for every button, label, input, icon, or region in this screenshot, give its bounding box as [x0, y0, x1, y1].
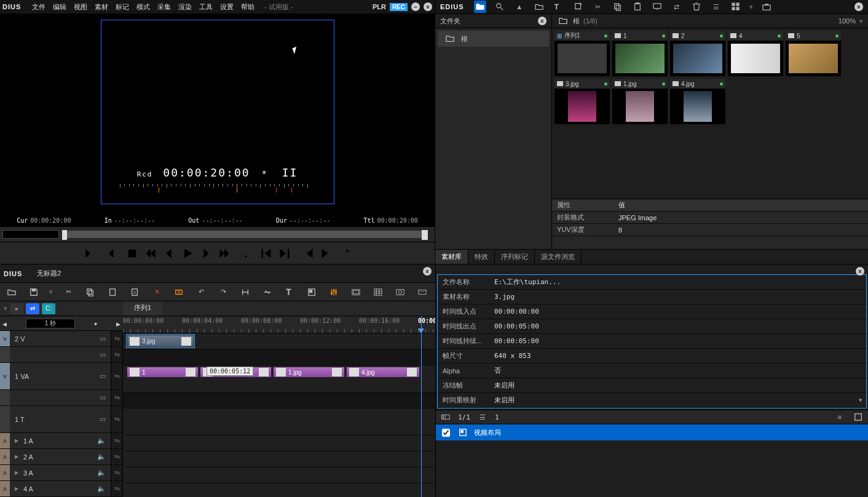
- monitor-icon[interactable]: [651, 1, 663, 13]
- menu-采集[interactable]: 采集: [154, 2, 175, 12]
- menu-list-icon[interactable]: ≡: [834, 411, 846, 423]
- bin-tab-3[interactable]: 源文件浏览: [535, 250, 582, 264]
- track-header[interactable]: 1 T▭⇋: [0, 406, 123, 433]
- track-header[interactable]: V1 VA▭⇋: [0, 363, 123, 390]
- search-icon[interactable]: [494, 1, 506, 13]
- copy-icon[interactable]: [84, 285, 97, 299]
- bin-clip[interactable]: ⊞序列1: [554, 31, 610, 76]
- safe-area-icon[interactable]: [349, 285, 363, 299]
- step-fwd-button[interactable]: [200, 247, 212, 260]
- bin-tab-0[interactable]: 素材库: [435, 250, 468, 264]
- delete-icon[interactable]: [690, 1, 703, 13]
- track-patch[interactable]: ⇋: [111, 465, 123, 480]
- track-lanes-area[interactable]: 00:00:00:0000:00:04:0000:00:08:0000:00:1…: [123, 316, 435, 497]
- playhead[interactable]: [421, 316, 422, 497]
- goto-out-button[interactable]: [278, 247, 291, 260]
- bin-clip[interactable]: 2: [670, 31, 725, 76]
- scrub-head[interactable]: [62, 230, 67, 240]
- list-icon[interactable]: ☰: [476, 411, 489, 423]
- track-header[interactable]: A▶4 A🔈⇋: [0, 481, 123, 497]
- overwrite-mode-button[interactable]: C:: [42, 303, 55, 314]
- track-header[interactable]: A▶2 A🔈⇋: [0, 449, 123, 465]
- rewind-button[interactable]: [144, 247, 157, 260]
- save-icon[interactable]: [27, 285, 41, 299]
- grid-matte-icon[interactable]: [371, 285, 385, 299]
- grid-icon[interactable]: [730, 1, 742, 13]
- timeline-close-icon[interactable]: ×: [423, 267, 432, 276]
- loop-button[interactable]: [237, 247, 249, 260]
- play-button[interactable]: [181, 247, 194, 260]
- scrub-tail[interactable]: [422, 230, 428, 240]
- track-patch[interactable]: ⇋: [111, 481, 123, 496]
- paste-attr-icon[interactable]: [128, 285, 141, 299]
- bin-grid[interactable]: ⊞序列11245 3.jpg1.jpg4.jpg: [552, 28, 868, 199]
- track-patch[interactable]: ⇋: [111, 347, 123, 362]
- list-icon[interactable]: ☰: [710, 1, 722, 13]
- ripple-icon[interactable]: [261, 285, 274, 299]
- copy-icon[interactable]: [612, 1, 624, 13]
- menu-设置[interactable]: 设置: [216, 2, 237, 12]
- zoom-label[interactable]: 100%: [838, 17, 856, 25]
- timeline-clip[interactable]: 1: [127, 367, 199, 378]
- time-ruler[interactable]: 00:00:00:0000:00:04:0000:00:08:0000:00:1…: [123, 316, 435, 333]
- mark-in-button[interactable]: [84, 247, 97, 260]
- program-monitor[interactable]: Rcd 00:00:20:00 * II: [101, 20, 334, 204]
- redo-icon[interactable]: ↷: [216, 285, 230, 299]
- snap-icon[interactable]: [239, 285, 252, 299]
- undo-icon[interactable]: ↶: [194, 285, 208, 299]
- breadcrumb-root[interactable]: 根: [573, 17, 580, 26]
- menu-视图[interactable]: 视图: [70, 2, 91, 12]
- scrub-bar[interactable]: [0, 227, 435, 242]
- lane-2v-sub[interactable]: [123, 349, 435, 365]
- bin-clip[interactable]: 3.jpg: [554, 79, 610, 124]
- paste-icon[interactable]: [631, 1, 644, 13]
- track-patch[interactable]: ⇋: [111, 449, 123, 464]
- next-edit-button[interactable]: [320, 247, 333, 260]
- lane-4a[interactable]: [123, 483, 435, 497]
- close-icon[interactable]: ×: [424, 2, 432, 11]
- lane-2a[interactable]: [123, 451, 435, 467]
- scrub-track[interactable]: [61, 230, 428, 239]
- timeline-clip[interactable]: 1.jpg: [273, 367, 345, 378]
- link-icon[interactable]: ⇄: [671, 1, 683, 13]
- menu-素材[interactable]: 素材: [91, 2, 112, 12]
- track-patch[interactable]: ⇋: [111, 363, 123, 389]
- cut-icon[interactable]: ✂: [592, 1, 604, 13]
- scale-next[interactable]: [116, 320, 120, 327]
- tree-root-item[interactable]: 根: [438, 31, 549, 47]
- fx-enable-checkbox[interactable]: [442, 429, 450, 437]
- scale-selector[interactable]: 1 秒: [26, 319, 75, 328]
- mixer-icon[interactable]: [327, 285, 341, 299]
- insert-mode-button[interactable]: ⇄: [26, 303, 39, 314]
- track-patch[interactable]: ⇋: [111, 390, 123, 405]
- scale-drop[interactable]: [94, 320, 97, 327]
- lane-1t[interactable]: [123, 408, 435, 435]
- paste-icon[interactable]: [106, 285, 119, 299]
- lane-3a[interactable]: [123, 467, 435, 483]
- bin-clip[interactable]: 4.jpg: [670, 79, 725, 124]
- bin-close-icon[interactable]: ×: [854, 2, 863, 11]
- vectorscope-icon[interactable]: [393, 285, 407, 299]
- fx-video-layout[interactable]: 视频布局: [436, 424, 868, 440]
- menu-工具[interactable]: 工具: [195, 2, 216, 12]
- filmstrip-icon[interactable]: [440, 411, 452, 423]
- timeline-clip[interactable]: 4.jpg: [346, 367, 420, 378]
- folder-panel-close-icon[interactable]: ×: [538, 17, 546, 25]
- keyboard-icon[interactable]: [416, 285, 429, 299]
- track-header[interactable]: ▭⇋: [0, 347, 123, 363]
- track-header[interactable]: A▶1 A🔈⇋: [0, 433, 123, 449]
- delete-clip-icon[interactable]: ✕: [150, 285, 164, 299]
- scale-prev[interactable]: [2, 320, 7, 327]
- lane-1a[interactable]: [123, 435, 435, 451]
- bin-tab-2[interactable]: 序列标记: [495, 250, 535, 264]
- track-patch[interactable]: ⇋: [111, 433, 123, 448]
- sequence-tab[interactable]: 序列1: [123, 301, 162, 316]
- menu-模式[interactable]: 模式: [133, 2, 154, 12]
- bin-clip[interactable]: 4: [728, 31, 783, 76]
- prev-edit-button[interactable]: [302, 247, 314, 260]
- track-header[interactable]: V2 V▭⇋: [0, 331, 123, 347]
- folder-icon[interactable]: [474, 1, 486, 13]
- open-folder-icon[interactable]: [533, 1, 545, 13]
- track-patch[interactable]: ⇋: [111, 406, 123, 432]
- ffwd-button[interactable]: [218, 247, 231, 260]
